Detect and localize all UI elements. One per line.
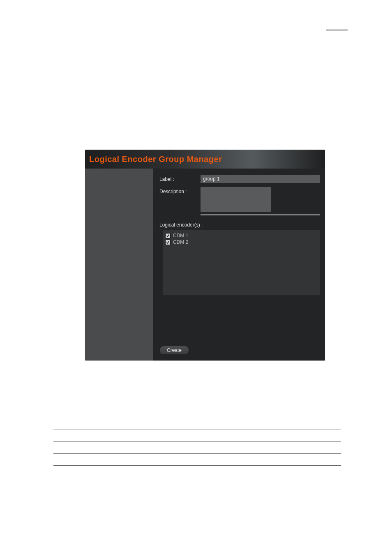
description-field-label: Description : bbox=[159, 187, 201, 194]
panel-body: Label : Description : Logical encoder(s)… bbox=[85, 169, 325, 361]
panel-title: Logical Encoder Group Manager bbox=[89, 155, 222, 164]
description-table bbox=[53, 430, 341, 466]
create-button-label: Create bbox=[167, 347, 182, 353]
bottom-rule bbox=[326, 508, 348, 508]
label-field-label: Label : bbox=[159, 175, 201, 182]
encoder-list: CDM 1 CDM 2 bbox=[163, 230, 320, 295]
app-panel: Logical Encoder Group Manager Label : De… bbox=[85, 150, 325, 361]
checkbox-icon[interactable] bbox=[165, 240, 171, 245]
encoders-field-label: Logical encoder(s) : bbox=[159, 222, 320, 228]
panel-header: Logical Encoder Group Manager bbox=[85, 150, 325, 169]
textarea-scrollbar[interactable] bbox=[201, 214, 320, 215]
checkbox-icon[interactable] bbox=[165, 233, 171, 238]
top-rule bbox=[326, 30, 348, 30]
encoder-item-label: CDM 1 bbox=[173, 233, 188, 238]
label-input[interactable] bbox=[201, 175, 320, 183]
table-row bbox=[53, 442, 341, 453]
label-row: Label : bbox=[159, 175, 320, 183]
table-row bbox=[53, 430, 341, 442]
description-row: Description : bbox=[159, 187, 320, 213]
description-textarea[interactable] bbox=[201, 187, 271, 212]
table-row bbox=[53, 453, 341, 466]
encoder-item-label: CDM 2 bbox=[173, 239, 188, 245]
create-button[interactable]: Create bbox=[159, 346, 189, 355]
encoder-item[interactable]: CDM 2 bbox=[165, 239, 318, 245]
main-form: Label : Description : Logical encoder(s)… bbox=[153, 169, 325, 361]
sidebar bbox=[85, 169, 153, 361]
encoder-item[interactable]: CDM 1 bbox=[165, 233, 318, 238]
